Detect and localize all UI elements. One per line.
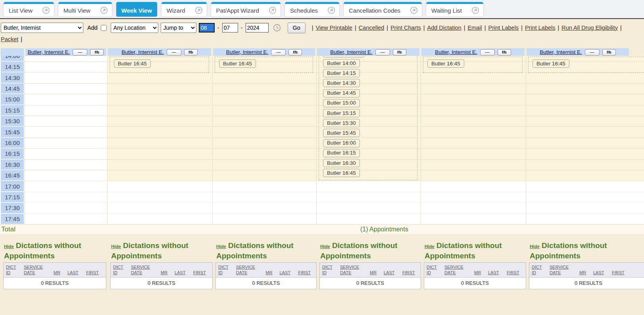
collapse-column-button[interactable]: — [73,49,87,55]
column-sort-link[interactable]: LAST [384,270,399,275]
hide-dictations-link[interactable]: Hide [216,244,226,249]
column-sort-link[interactable]: ID [218,270,233,275]
frontback-button[interactable]: f/b [498,49,511,55]
column-sort-link[interactable]: MR [54,270,64,275]
toolbar-link-print-labels[interactable]: Print Labels [525,25,556,31]
column-sort-link[interactable]: LAST [67,270,83,275]
column-sort-link[interactable]: FIRST [402,270,418,275]
open-in-new-tab-icon[interactable] [42,6,50,15]
appointment-chip[interactable]: Butler 16:45 [533,59,569,68]
column-sort-link[interactable]: FIRST [193,270,209,275]
toolbar-link-packet[interactable]: Packet [1,36,18,42]
column-sort-link[interactable]: MR [266,270,276,275]
frontback-button[interactable]: f/b [602,49,616,55]
toolbar-link-view-printable[interactable]: View Printable [316,25,352,31]
tab-week-view[interactable]: Week View [116,2,158,17]
appointment-chip[interactable]: Butler 14:00 [323,59,360,67]
jump-to-select[interactable]: Jump to [161,23,196,33]
toolbar-link-add-dictation[interactable]: Add Dictation [427,25,461,31]
location-select[interactable]: Any Location [111,23,158,33]
appointment-chip[interactable]: Butler 14:45 [323,89,360,97]
column-sort-link[interactable]: FIRST [86,270,102,275]
column-sort-link[interactable]: DATE [550,270,576,275]
frontback-button[interactable]: f/b [393,49,406,55]
column-sort-link[interactable]: DATE [131,270,157,275]
tab-multi-view[interactable]: Multi View [58,2,112,17]
column-sort-link[interactable]: SERVICE [131,264,157,270]
collapse-column-button[interactable]: — [375,49,390,55]
toolbar-link-email[interactable]: Email [468,25,482,31]
go-button[interactable]: Go [288,23,306,33]
date-year-input[interactable] [246,23,269,32]
tab-waiting-list[interactable]: Waiting List [426,2,484,17]
calendar-clock-icon[interactable] [273,23,281,32]
collapse-column-button[interactable]: — [271,49,286,55]
tab-schedules[interactable]: Schedules [285,2,340,17]
toolbar-link-print-charts[interactable]: Print Charts [390,25,421,31]
open-in-new-tab-icon[interactable] [327,6,336,15]
collapse-column-button[interactable]: — [167,49,181,55]
column-sort-link[interactable]: DATE [444,270,471,275]
appointment-chip[interactable]: Butler 16:00 [323,139,360,147]
column-sort-link[interactable]: MR [161,270,171,275]
column-sort-link[interactable]: DATE [340,270,366,275]
column-sort-link[interactable]: SERVICE [550,264,576,270]
column-sort-link[interactable]: SERVICE [340,264,366,270]
column-sort-link[interactable]: SERVICE [24,264,50,270]
provider-link[interactable]: Butler, Internist E. [330,49,373,55]
collapse-column-button[interactable]: — [585,49,600,55]
appointment-chip[interactable]: Butler 15:00 [323,99,360,107]
date-day-input[interactable] [222,23,238,32]
tab-pat-appt-wizard[interactable]: Pat/Appt Wizard [211,2,281,17]
open-in-new-tab-icon[interactable] [471,6,480,15]
column-sort-link[interactable]: DICT [322,264,336,270]
column-sort-link[interactable]: DICT [113,264,127,270]
open-in-new-tab-icon[interactable] [194,6,203,15]
appointment-chip[interactable]: Butler 14:15 [323,69,360,77]
column-sort-link[interactable]: SERVICE [236,264,262,270]
frontback-button[interactable]: f/b [184,49,198,55]
tab-list-view[interactable]: List View [3,2,54,17]
tab-cancellation-codes[interactable]: Cancellation Codes [343,2,422,17]
appointment-chip[interactable]: Butler 16:15 [323,149,360,157]
frontback-button[interactable]: f/b [288,49,302,55]
column-sort-link[interactable]: SERVICE [444,264,471,270]
appointment-chip[interactable]: Butler 15:30 [323,119,360,127]
column-sort-link[interactable]: ID [6,270,20,275]
open-in-new-tab-icon[interactable] [409,6,418,15]
column-sort-link[interactable]: FIRST [612,270,628,275]
column-sort-link[interactable]: DICT [218,264,233,270]
provider-link[interactable]: Butler, Internist E. [435,49,477,55]
collapse-column-button[interactable]: — [480,49,495,55]
column-sort-link[interactable]: LAST [175,270,190,275]
hide-dictations-link[interactable]: Hide [4,244,14,249]
appointment-chip[interactable]: Butler 16:45 [427,59,464,68]
column-sort-link[interactable]: ID [427,270,441,275]
column-sort-link[interactable]: DICT [532,264,546,270]
column-sort-link[interactable]: ID [532,270,546,275]
frontback-button[interactable]: f/b [90,49,104,55]
open-in-new-tab-icon[interactable] [100,6,108,15]
hide-dictations-link[interactable]: Hide [530,244,540,249]
hide-dictations-link[interactable]: Hide [425,244,434,249]
column-sort-link[interactable]: MR [579,270,590,275]
column-sort-link[interactable]: LAST [279,270,294,275]
column-sort-link[interactable]: ID [113,270,127,275]
appointment-chip[interactable]: Butler 15:15 [323,109,360,117]
toolbar-link-cancelled[interactable]: Cancelled [359,25,384,31]
column-sort-link[interactable]: FIRST [507,270,523,275]
toolbar-link-print-labels[interactable]: Print Labels [488,25,519,31]
column-sort-link[interactable]: LAST [593,270,608,275]
appointment-chip[interactable]: Butler 16:45 [219,59,256,68]
provider-link[interactable]: Butler, Internist E. [28,49,70,55]
toolbar-link-run-all-drug-eligibility[interactable]: Run All Drug Eligibility [561,25,618,31]
appointment-chip[interactable]: Butler 16:30 [323,159,360,167]
column-sort-link[interactable]: MR [474,270,484,275]
hide-dictations-link[interactable]: Hide [320,244,330,249]
provider-link[interactable]: Butler, Internist E. [121,49,164,55]
appointment-chip[interactable]: Butler 14:30 [323,79,360,87]
hide-dictations-link[interactable]: Hide [111,244,121,249]
column-sort-link[interactable]: FIRST [298,270,314,275]
appointment-chip[interactable]: Butler 15:45 [323,129,360,137]
tab-wizard[interactable]: Wizard [161,2,207,17]
